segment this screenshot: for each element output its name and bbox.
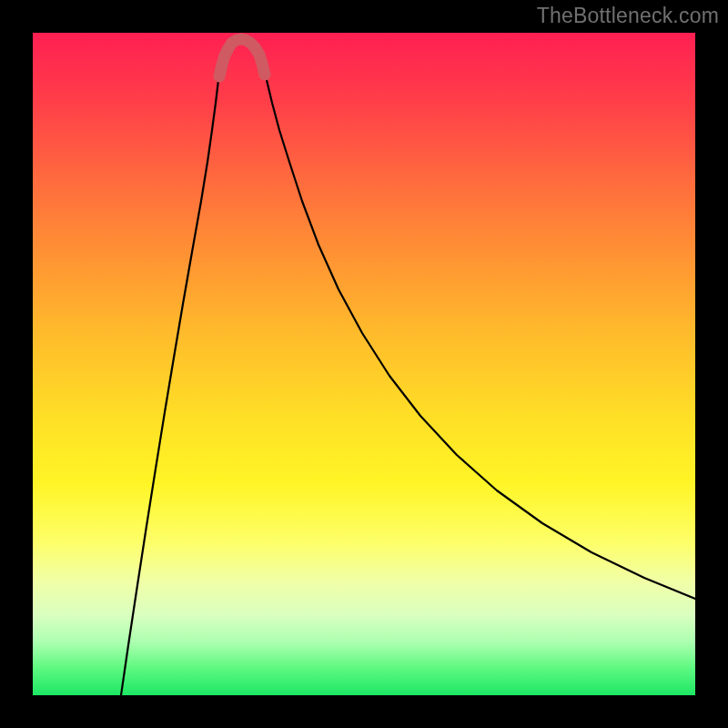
chart-valley-marker: [219, 39, 265, 76]
chart-right-curve: [262, 58, 695, 599]
chart-plot-area: [33, 33, 695, 695]
outer-frame: TheBottleneck.com: [0, 0, 728, 728]
watermark-text: TheBottleneck.com: [537, 4, 719, 28]
chart-left-curve: [121, 58, 221, 695]
chart-curve-layer: [33, 33, 695, 695]
